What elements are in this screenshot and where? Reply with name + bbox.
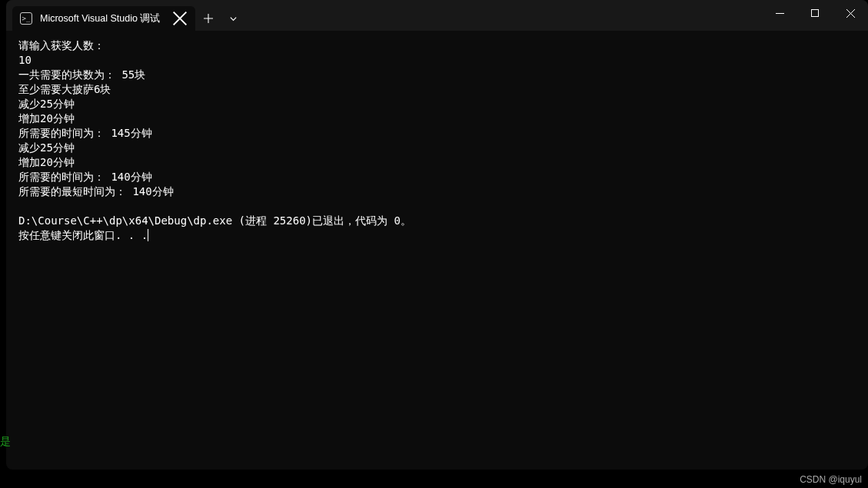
console-line: 10 [18,54,32,66]
new-tab-button[interactable] [195,6,221,31]
chevron-down-icon [229,15,238,23]
terminal-window: >_ Microsoft Visual Studio 调试 [6,0,868,470]
close-icon [172,11,188,26]
active-tab[interactable]: >_ Microsoft Visual Studio 调试 [12,6,195,31]
watermark: CSDN @iquyul [800,474,862,485]
maximize-icon [811,9,820,18]
close-tab-button[interactable] [172,11,188,26]
text-cursor [148,229,148,241]
console-line: 所需要的时间为： 145分钟 [18,127,152,139]
console-line: 一共需要的块数为： 55块 [18,68,145,81]
titlebar: >_ Microsoft Visual Studio 调试 [6,0,868,31]
console-line: 按任意键关闭此窗口. . . [18,229,148,241]
maximize-button[interactable] [797,0,833,26]
tab-strip: >_ Microsoft Visual Studio 调试 [6,0,244,31]
console-line: D:\Course\C++\dp\x64\Debug\dp.exe (进程 25… [18,214,411,227]
console-line: 减少25分钟 [18,98,75,110]
plus-icon [204,14,213,23]
window-controls [762,0,868,26]
minimize-icon [776,9,784,18]
minimize-button[interactable] [762,0,797,26]
console-line: 至少需要大披萨6块 [18,83,111,95]
console-output[interactable]: 请输入获奖人数： 10 一共需要的块数为： 55块 至少需要大披萨6块 减少25… [6,31,868,251]
close-window-button[interactable] [833,0,868,26]
console-line: 所需要的时间为： 140分钟 [18,171,152,183]
terminal-icon: >_ [20,12,32,25]
close-icon [846,9,855,18]
console-line: 增加20分钟 [18,112,75,124]
console-line: 减少25分钟 [18,141,75,154]
svg-rect-0 [811,9,818,16]
console-line: 请输入获奖人数： [18,39,105,51]
tab-title: Microsoft Visual Studio 调试 [40,12,168,25]
side-text-fragment: 是 [0,435,11,449]
console-line: 增加20分钟 [18,156,75,168]
console-line: 所需要的最短时间为： 140分钟 [18,185,174,198]
tab-dropdown-button[interactable] [221,6,244,31]
